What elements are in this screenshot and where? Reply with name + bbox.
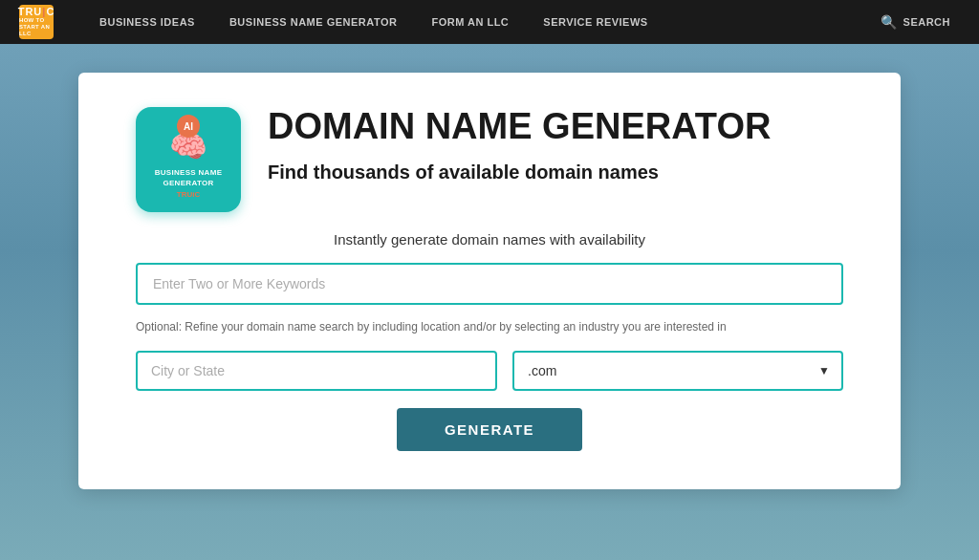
logo[interactable]: TRU|C HOW TO START AN LLC: [19, 5, 54, 39]
page-background: AI 🧠 BUSINESS NAME GENERATOR TRUiC DOMAI…: [0, 44, 979, 560]
tld-select-wrapper: .com .net .org .io .co ▼: [512, 351, 843, 391]
optional-description: Optional: Refine your domain name search…: [136, 318, 843, 335]
keywords-input[interactable]: [136, 263, 843, 305]
search-icon: 🔍: [881, 14, 898, 30]
app-icon: AI 🧠 BUSINESS NAME GENERATOR TRUiC: [136, 107, 241, 212]
nav-item-business-name-generator[interactable]: BUSINESS NAME GENERATOR: [212, 0, 415, 44]
tld-select[interactable]: .com .net .org .io .co: [512, 351, 843, 391]
card-header: AI 🧠 BUSINESS NAME GENERATOR TRUiC DOMAI…: [136, 107, 843, 212]
page-title: DOMAIN NAME GENERATOR: [268, 107, 843, 147]
app-icon-brand: TRUiC: [177, 190, 200, 199]
main-card: AI 🧠 BUSINESS NAME GENERATOR TRUiC DOMAI…: [78, 73, 901, 489]
title-block: DOMAIN NAME GENERATOR Find thousands of …: [268, 107, 843, 185]
ai-badge: AI: [177, 115, 200, 138]
app-icon-text: BUSINESS NAME GENERATOR: [155, 168, 223, 188]
search-button[interactable]: 🔍 SEARCH: [871, 0, 960, 44]
nav-item-service-reviews[interactable]: SERVICE REVIEWS: [526, 0, 664, 44]
navbar: TRU|C HOW TO START AN LLC BUSINESS IDEAS…: [0, 0, 979, 44]
logo-tagline: HOW TO START AN LLC: [19, 17, 54, 38]
generate-button[interactable]: GENERATE: [397, 408, 582, 451]
nav-links: BUSINESS IDEAS BUSINESS NAME GENERATOR F…: [82, 0, 871, 44]
logo-text: TRU|C: [18, 7, 55, 17]
refinement-row: .com .net .org .io .co ▼: [136, 351, 843, 391]
nav-item-business-ideas[interactable]: BUSINESS IDEAS: [82, 0, 212, 44]
page-subtitle: Find thousands of available domain names: [268, 159, 843, 185]
card-description: Instantly generate domain names with ava…: [136, 231, 843, 248]
location-input[interactable]: [136, 351, 497, 391]
logo-icon: TRU|C HOW TO START AN LLC: [19, 5, 54, 39]
nav-item-form-llc[interactable]: FORM AN LLC: [414, 0, 526, 44]
